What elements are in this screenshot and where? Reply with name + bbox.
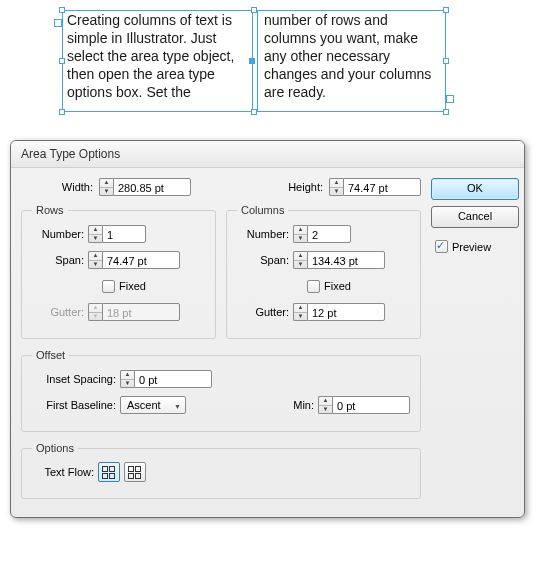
width-label: Width:: [21, 181, 93, 193]
cols-number-stepper[interactable]: ▲▼ 2: [293, 225, 351, 243]
rows-number-input[interactable]: 1: [102, 225, 146, 243]
width-stepper[interactable]: ▲▼ 280.85 pt: [99, 178, 191, 196]
handle-bot-right[interactable]: [443, 109, 449, 115]
min-label: Min:: [280, 399, 314, 411]
cols-number-label: Number:: [237, 228, 289, 240]
height-label: Height:: [271, 181, 323, 193]
baseline-select[interactable]: Ascent: [120, 396, 186, 414]
out-port[interactable]: [446, 95, 454, 103]
preview-checkbox[interactable]: Preview: [431, 240, 519, 253]
text-column-2: number of rows and columns you want, mak…: [262, 11, 442, 111]
baseline-value: Ascent: [127, 399, 161, 411]
handle-top-right[interactable]: [443, 7, 449, 13]
text-flow-col-first-button[interactable]: [124, 462, 146, 482]
cols-span-label: Span:: [237, 254, 289, 266]
handle-bot-left[interactable]: [59, 109, 65, 115]
flow-col-first-icon: [128, 466, 142, 478]
rows-fixed-checkbox[interactable]: Fixed: [102, 280, 146, 293]
checkbox-icon: [102, 280, 115, 293]
offset-fieldset: Offset Inset Spacing: ▲▼ 0 pt First Base…: [21, 349, 421, 432]
inset-stepper[interactable]: ▲▼ 0 pt: [120, 370, 212, 388]
cols-fixed-checkbox[interactable]: Fixed: [307, 280, 351, 293]
column-divider-handle[interactable]: [249, 58, 255, 64]
text-flow-row-first-button[interactable]: [98, 462, 120, 482]
handle-mid-right[interactable]: [443, 58, 449, 64]
options-legend: Options: [32, 442, 78, 454]
flow-label: Text Flow:: [32, 466, 94, 478]
cols-gutter-label: Gutter:: [237, 306, 289, 318]
height-stepper[interactable]: ▲▼ 74.47 pt: [329, 178, 421, 196]
width-input[interactable]: 280.85 pt: [113, 178, 191, 196]
rows-number-label: Number:: [32, 228, 84, 240]
flow-row-first-icon: [102, 466, 116, 478]
rows-fieldset: Rows Number: ▲▼ 1 Span: ▲▼ 74.47 pt: [21, 204, 216, 339]
offset-legend: Offset: [32, 349, 69, 361]
inset-label: Inset Spacing:: [32, 373, 116, 385]
dialog-area-type-options: Area Type Options Width: ▲▼ 280.85 pt He…: [10, 140, 525, 518]
cols-gutter-stepper[interactable]: ▲▼ 12 pt: [293, 303, 385, 321]
rows-legend: Rows: [32, 204, 68, 216]
area-type-object[interactable]: Creating columns of text is simple in Il…: [62, 10, 446, 112]
rows-span-input[interactable]: 74.47 pt: [102, 251, 180, 269]
rows-span-stepper[interactable]: ▲▼ 74.47 pt: [88, 251, 180, 269]
rows-fixed-label: Fixed: [119, 280, 146, 292]
rows-number-stepper[interactable]: ▲▼ 1: [88, 225, 146, 243]
rows-gutter-input: 18 pt: [102, 303, 180, 321]
rows-gutter-stepper: ▲▼ 18 pt: [88, 303, 180, 321]
inset-input[interactable]: 0 pt: [134, 370, 212, 388]
handle-mid-left[interactable]: [59, 58, 65, 64]
rows-span-label: Span:: [32, 254, 84, 266]
min-input[interactable]: 0 pt: [332, 396, 410, 414]
handle-top-left[interactable]: [59, 7, 65, 13]
text-column-1: Creating columns of text is simple in Il…: [65, 11, 245, 111]
cols-span-input[interactable]: 134.43 pt: [307, 251, 385, 269]
checkbox-icon: [435, 240, 448, 253]
preview-label: Preview: [452, 241, 491, 253]
baseline-label: First Baseline:: [32, 399, 116, 411]
min-stepper[interactable]: ▲▼ 0 pt: [318, 396, 410, 414]
columns-legend: Columns: [237, 204, 288, 216]
cancel-button[interactable]: Cancel: [431, 206, 519, 228]
dialog-title: Area Type Options: [11, 141, 524, 168]
ok-button[interactable]: OK: [431, 178, 519, 200]
cols-fixed-label: Fixed: [324, 280, 351, 292]
handle-bot-mid[interactable]: [251, 109, 257, 115]
cols-number-input[interactable]: 2: [307, 225, 351, 243]
options-fieldset: Options Text Flow:: [21, 442, 421, 499]
in-port[interactable]: [54, 19, 62, 27]
canvas-area: Creating columns of text is simple in Il…: [0, 0, 541, 130]
cols-span-stepper[interactable]: ▲▼ 134.43 pt: [293, 251, 385, 269]
columns-fieldset: Columns Number: ▲▼ 2 Span: ▲▼ 134.43 pt: [226, 204, 421, 339]
cols-gutter-input[interactable]: 12 pt: [307, 303, 385, 321]
height-input[interactable]: 74.47 pt: [343, 178, 421, 196]
checkbox-icon: [307, 280, 320, 293]
handle-top-mid[interactable]: [251, 7, 257, 13]
rows-gutter-label: Gutter:: [32, 306, 84, 318]
